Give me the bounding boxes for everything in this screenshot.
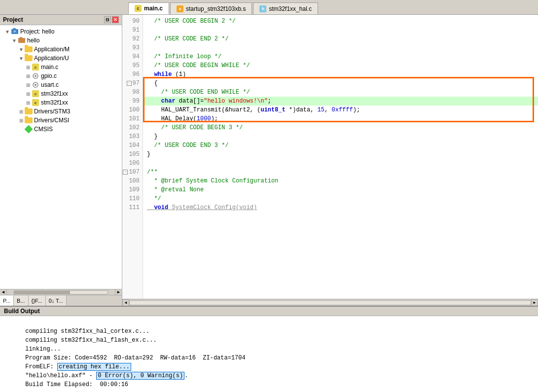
build-line-4: Program Size: Code=4592 RO-data=292 RW-d… <box>4 345 534 354</box>
code-line-110: */ <box>143 194 538 203</box>
bottom-tab-t[interactable]: 0↓ T... <box>46 295 67 306</box>
tree-item-cmsis[interactable]: CMSIS <box>0 125 122 134</box>
tree-item-usart-c[interactable]: ⊞ usart.c <box>0 80 122 89</box>
file-icon-gpio-c <box>32 72 39 80</box>
linenum-90: 90 <box>122 17 143 26</box>
expand-97[interactable]: − <box>127 81 132 86</box>
expand-main-c: ⊞ <box>25 64 32 71</box>
sidebar-title: Project <box>3 16 23 23</box>
build-output-title: Build Output <box>4 308 40 315</box>
build-output-panel: Build Output compiling stm32f1xx_hal_cor… <box>0 306 538 392</box>
scroll-right-arrow[interactable]: ▶ <box>115 289 122 295</box>
expand-107[interactable]: − <box>123 170 128 175</box>
tab-startup-s[interactable]: s startup_stm32f103xb.s <box>170 2 252 14</box>
expand-stm1: ⊞ <box>25 90 32 97</box>
code-line-105: } <box>143 150 538 159</box>
linenum-93: 93 <box>122 43 143 52</box>
tab-label-main-c: main.c <box>144 5 163 12</box>
scroll-left-arrow[interactable]: ◀ <box>0 289 7 295</box>
project-tree: ▼ P Project: hello ▼ hello ▼ Application… <box>0 25 122 289</box>
folder-icon-drivers-cmsi <box>25 116 33 124</box>
hscroll-left[interactable]: ◀ <box>122 299 129 306</box>
sidebar-hscroll[interactable]: ◀ ▶ <box>0 289 122 295</box>
file-icon-main-c: c <box>32 63 39 71</box>
svg-point-8 <box>35 84 36 86</box>
svg-rect-3 <box>18 38 25 43</box>
expand-icon-hello: ▼ <box>11 37 18 44</box>
linenum-97: −97 <box>122 79 143 88</box>
linenum-110: 110 <box>122 194 143 203</box>
project-name-label: Project: hello <box>20 28 54 35</box>
editor-area: 90 91 92 93 94 95 96 −97 98 99 100 101 1… <box>122 15 538 306</box>
tree-item-hello[interactable]: ▼ hello <box>0 36 122 45</box>
expand-gpio-c: ⊞ <box>25 72 32 79</box>
close-button[interactable]: ✕ <box>112 16 119 23</box>
code-view: 90 91 92 93 94 95 96 −97 98 99 100 101 1… <box>122 15 538 299</box>
bottom-tab-f[interactable]: {}F... <box>29 295 46 306</box>
hello-label: hello <box>27 37 39 44</box>
linenum-92: 92 <box>122 35 143 43</box>
cmsis-label: CMSIS <box>34 126 53 133</box>
pin-button[interactable]: ⊟ <box>104 16 111 23</box>
code-hscroll[interactable]: ◀ ▶ <box>122 299 538 306</box>
tree-item-appM[interactable]: ▼ Application/M <box>0 45 122 54</box>
sidebar: Project ⊟ ✕ ▼ P Project: hello ▼ h <box>0 15 122 306</box>
hello-icon <box>18 36 26 44</box>
tree-item-appU[interactable]: ▼ Application/U <box>0 54 122 63</box>
scrollbar-track[interactable] <box>14 290 108 294</box>
hscroll-track[interactable] <box>129 300 531 305</box>
appM-label: Application/M <box>34 46 70 53</box>
sidebar-bottom-tabs: P... B... {}F... 0↓ T... <box>0 295 122 306</box>
expand-appM: ▼ <box>18 46 25 53</box>
code-line-107: /** <box>143 168 538 177</box>
tree-item-stm2[interactable]: ⊞ c stm32f1xx <box>0 98 122 107</box>
build-output-content[interactable]: compiling stm32f1xx_hal_cortex.c... comp… <box>0 316 538 392</box>
tab-hal-c[interactable]: h stm32f1xx_hal.c <box>253 2 318 14</box>
linenum-96: 96 <box>122 70 143 79</box>
project-icon: P <box>11 28 19 36</box>
tab-main-c[interactable]: c main.c <box>128 2 169 14</box>
code-line-111: void SystemClock_Config(void) <box>143 203 538 212</box>
tree-item-project[interactable]: ▼ P Project: hello <box>0 27 122 36</box>
linenum-95: 95 <box>122 61 143 70</box>
gpio-label: gpio.c <box>41 72 57 79</box>
tree-item-stm1[interactable]: ⊞ c stm32f1xx <box>0 89 122 98</box>
folder-icon-drivers-stm3 <box>25 107 33 115</box>
code-content[interactable]: /* USER CODE BEGIN 2 */ /* USER CODE END… <box>143 15 538 299</box>
tree-item-drivers-stm3[interactable]: ⊞ Drivers/STM3 <box>0 107 122 116</box>
code-line-92: /* USER CODE END 2 */ <box>143 35 538 43</box>
code-line-93 <box>143 43 538 52</box>
drivers-cmsi-label: Drivers/CMSI <box>34 117 69 124</box>
usart-label: usart.c <box>41 81 59 88</box>
linenum-111: 111 <box>122 203 143 212</box>
hscroll-right[interactable]: ▶ <box>531 299 538 306</box>
code-line-95: /* USER CODE BEGIN WHILE */ <box>143 61 538 70</box>
code-line-101: HAL_Delay(1000); <box>143 114 538 123</box>
cmsis-icon <box>25 125 33 133</box>
svg-rect-1 <box>13 28 16 30</box>
folder-icon-appU <box>25 54 33 62</box>
code-line-106 <box>143 159 538 168</box>
linenum-99: 99 <box>122 97 143 106</box>
error-warning-highlight: 0 Error(s), 0 Warning(s) <box>96 372 184 380</box>
tree-item-gpio-c[interactable]: ⊞ gpio.c <box>0 71 122 80</box>
code-line-98: /* USER CODE END WHILE */ <box>143 88 538 97</box>
tab-icon-s: s <box>177 5 183 12</box>
sidebar-header: Project ⊟ ✕ <box>0 15 122 25</box>
linenum-108: 108 <box>122 177 143 185</box>
fromelf-highlight: creating hex file... <box>57 363 131 371</box>
build-line-1: compiling stm32f1xx_hal_cortex.c... <box>4 318 534 327</box>
tree-item-main-c[interactable]: ⊞ c main.c <box>0 63 122 71</box>
code-line-96: while (1) <box>143 70 538 79</box>
code-line-102: /* USER CODE BEGIN 3 */ <box>143 123 538 132</box>
sidebar-header-icons: ⊟ ✕ <box>104 16 119 23</box>
bottom-tab-p[interactable]: P... <box>0 295 14 306</box>
file-icon-stm1: c <box>32 90 39 98</box>
tab-label-hal-c: stm32f1xx_hal.c <box>269 5 312 12</box>
code-line-90: /* USER CODE BEGIN 2 */ <box>143 17 538 26</box>
code-line-97: { <box>143 79 538 88</box>
linenum-98: 98 <box>122 88 143 97</box>
tree-item-drivers-cmsi[interactable]: ⊞ Drivers/CMSI <box>0 116 122 125</box>
bottom-tab-b[interactable]: B... <box>14 295 29 306</box>
linenum-101: 101 <box>122 114 143 123</box>
